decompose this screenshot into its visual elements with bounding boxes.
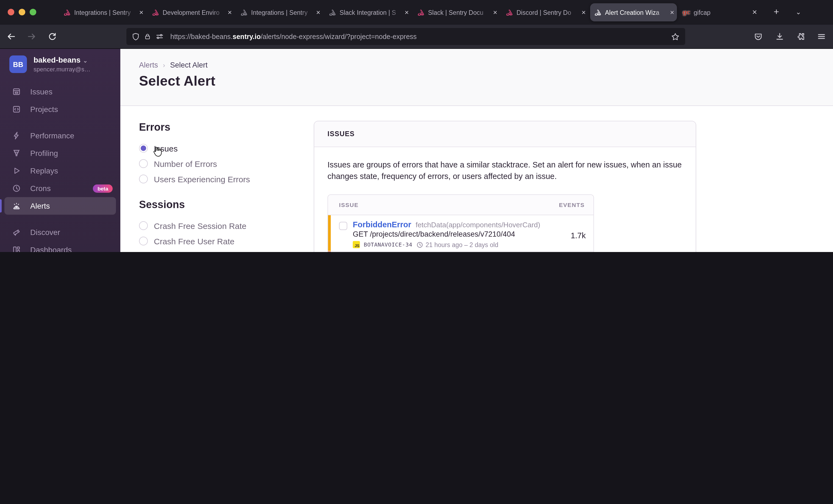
bookmark-star-icon[interactable] [671, 32, 680, 41]
list-tabs-icon[interactable]: ⌄ [795, 6, 801, 18]
performance-lightning-icon [8, 131, 25, 140]
sentry-favicon-icon [594, 8, 602, 16]
clock-icon [416, 241, 423, 248]
sidebar-item-discover[interactable]: Discover [4, 223, 116, 241]
zoom-window-button[interactable] [30, 9, 36, 16]
issues-panel: ISSUES Issues are groups of errors that … [314, 121, 696, 252]
issue-age: 21 hours ago – 2 days old [416, 241, 498, 248]
radio-option-crash-free-user-rate[interactable]: Crash Free User Rate [139, 233, 299, 249]
tab-title: Integrations | Sentry [74, 9, 138, 16]
browser-tab-bar: Integrations | Sentry × Development Envi… [0, 0, 833, 25]
crons-clock-icon [8, 184, 25, 193]
pocket-icon[interactable] [754, 32, 763, 41]
radio-icon[interactable] [139, 221, 148, 230]
active-indicator [0, 199, 2, 212]
sentry-favicon-icon [152, 8, 159, 16]
browser-tab-active[interactable]: Alert Creation Wiza × [590, 3, 677, 21]
url-bar[interactable]: https://baked-beans.sentry.io/alerts/nod… [126, 28, 685, 45]
sentry-sidebar: BB baked-beans⌄ spencer.murray@s… Issues… [0, 49, 120, 252]
radio-label: Crash Free User Rate [154, 236, 234, 246]
sidebar-item-label: Alerts [30, 201, 50, 210]
issue-request: GET /projects/direct/backend/releases/v7… [353, 230, 515, 238]
browser-tab[interactable]: Development Enviro × [148, 3, 235, 21]
permissions-icon[interactable] [156, 32, 164, 41]
back-icon[interactable] [7, 32, 16, 41]
radio-icon[interactable] [139, 236, 148, 245]
tab-title: Development Enviro [163, 9, 226, 16]
tab-close-icon[interactable]: × [581, 8, 586, 17]
sidebar-item-label: Performance [30, 131, 74, 140]
tab-strip: Integrations | Sentry × Development Envi… [60, 3, 726, 21]
table-row[interactable]: IntegrityErrorfetchData(app/components/T… [328, 251, 593, 252]
sidebar-item-issues[interactable]: Issues [4, 83, 116, 100]
close-window-button[interactable] [8, 9, 14, 16]
panel-description: Issues are groups of errors that have a … [328, 159, 684, 182]
download-icon[interactable] [775, 32, 784, 41]
alert-type-list: Errors Issues Number of Errors Users Exp… [139, 121, 299, 252]
forward-icon[interactable] [27, 32, 36, 41]
sidebar-item-profiling[interactable]: Profiling [4, 144, 116, 162]
sidebar-item-replays[interactable]: Replays [4, 162, 116, 179]
browser-tab[interactable]: Integrations | Sentry × [236, 3, 323, 21]
column-issue: ISSUE [339, 201, 359, 208]
tab-close-icon[interactable]: × [139, 8, 143, 17]
sidebar-item-alerts[interactable]: Alerts [4, 197, 116, 215]
tab-close-icon[interactable]: × [670, 8, 674, 17]
sidebar-item-label: Issues [30, 87, 52, 96]
issues-icon [8, 87, 25, 96]
radio-label: Crash Free Session Rate [154, 221, 246, 230]
breadcrumb-alerts[interactable]: Alerts [139, 61, 158, 69]
minimize-window-button[interactable] [19, 9, 25, 16]
table-row[interactable]: ForbiddenErrorfetchData(app/components/H… [328, 215, 593, 251]
browser-toolbar: https://baked-beans.sentry.io/alerts/nod… [0, 25, 833, 49]
beta-badge: beta [93, 184, 113, 193]
sidebar-item-crons[interactable]: Crons beta [4, 179, 116, 197]
radio-option-users-experiencing-errors[interactable]: Users Experiencing Errors [139, 171, 299, 187]
radio-label: Number of Errors [154, 159, 217, 168]
sidebar-item-performance[interactable]: Performance [4, 127, 116, 144]
browser-tab[interactable]: Slack Integration | S × [325, 3, 411, 21]
radio-option-issues[interactable]: Issues [139, 141, 299, 156]
radio-label: Issues [154, 144, 178, 153]
sidebar-item-projects[interactable]: Projects [4, 100, 116, 118]
issue-link[interactable]: ForbiddenError [353, 220, 411, 229]
browser-tab[interactable]: Integrations | Sentry × [60, 3, 146, 21]
org-switcher[interactable]: BB baked-beans⌄ spencer.murray@s… [0, 49, 120, 73]
browser-tab[interactable]: Slack | Sentry Docu × [413, 3, 500, 21]
lock-icon[interactable] [144, 32, 151, 41]
radio-label: Users Experiencing Errors [154, 174, 250, 184]
menu-hamburger-icon[interactable] [817, 32, 826, 41]
tab-close-icon[interactable]: × [405, 8, 409, 17]
sidebar-item-label: Discover [30, 228, 60, 236]
alerts-siren-icon [8, 201, 25, 210]
sidebar-item-label: Profiling [30, 149, 58, 157]
issues-table: ISSUE EVENTS ForbiddenErrorfetchData(app… [328, 194, 594, 252]
chevron-right-icon: › [163, 61, 165, 69]
radio-icon[interactable] [139, 159, 148, 168]
shield-icon[interactable] [132, 32, 140, 41]
profiling-icon [8, 149, 25, 157]
sidebar-item-dashboards[interactable]: Dashboards [4, 241, 116, 252]
org-avatar: BB [9, 55, 27, 73]
browser-tab[interactable]: Discord | Sentry Do × [502, 3, 589, 21]
extensions-puzzle-icon[interactable] [796, 32, 806, 41]
browser-window: Integrations | Sentry × Development Envi… [0, 0, 833, 252]
dashboards-icon [8, 245, 25, 252]
radio-selected-icon[interactable] [139, 144, 148, 153]
radio-option-number-of-errors[interactable]: Number of Errors [139, 156, 299, 171]
tab-close-icon[interactable]: × [493, 8, 497, 17]
radio-icon[interactable] [139, 175, 148, 183]
breadcrumb: Alerts › Select Alert [139, 61, 208, 69]
tab-title: Discord | Sentry Do [517, 9, 580, 16]
tab-close-icon[interactable]: × [316, 8, 320, 17]
sidebar-item-label: Replays [30, 166, 58, 175]
close-tab-icon[interactable]: × [752, 6, 757, 18]
sidebar-item-label: Projects [30, 105, 58, 114]
tab-close-icon[interactable]: × [228, 8, 232, 17]
radio-option-crash-free-session-rate[interactable]: Crash Free Session Rate [139, 218, 299, 233]
discover-telescope-icon [8, 228, 25, 236]
reload-icon[interactable] [48, 32, 56, 41]
browser-tab[interactable]: gc gifcap [679, 3, 726, 21]
new-tab-icon[interactable]: + [774, 6, 779, 18]
row-checkbox[interactable] [339, 222, 347, 230]
